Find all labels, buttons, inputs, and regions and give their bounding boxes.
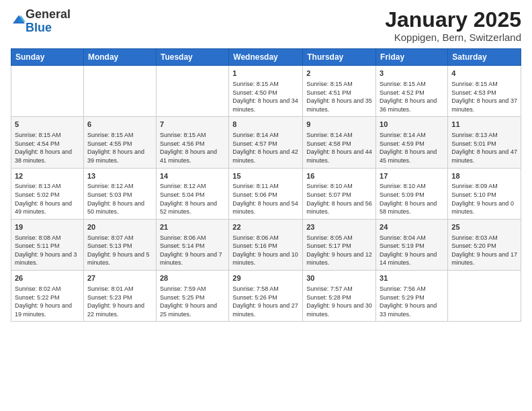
day-number: 19	[15, 222, 80, 232]
day-info: Sunrise: 7:59 AM Sunset: 5:25 PM Dayligh…	[160, 285, 225, 318]
day-number: 20	[87, 222, 152, 232]
day-number: 16	[306, 171, 372, 181]
logo: General Blue	[11, 8, 71, 35]
day-number: 13	[87, 171, 152, 181]
day-number: 22	[232, 222, 299, 232]
calendar-cell: 17Sunrise: 8:10 AM Sunset: 5:09 PM Dayli…	[376, 168, 448, 219]
day-info: Sunrise: 8:13 AM Sunset: 5:01 PM Dayligh…	[451, 131, 517, 165]
col-saturday: Saturday	[448, 49, 521, 66]
day-info: Sunrise: 8:12 AM Sunset: 5:04 PM Dayligh…	[160, 182, 225, 216]
day-info: Sunrise: 8:06 AM Sunset: 5:14 PM Dayligh…	[160, 234, 225, 267]
calendar-cell: 5Sunrise: 8:15 AM Sunset: 4:54 PM Daylig…	[11, 117, 84, 168]
day-number: 15	[232, 171, 299, 181]
calendar-week-row: 1Sunrise: 8:15 AM Sunset: 4:50 PM Daylig…	[11, 66, 521, 117]
day-info: Sunrise: 7:57 AM Sunset: 5:28 PM Dayligh…	[306, 285, 372, 318]
col-friday: Friday	[376, 49, 448, 66]
day-info: Sunrise: 8:10 AM Sunset: 5:09 PM Dayligh…	[380, 182, 444, 216]
day-number: 24	[380, 222, 444, 232]
calendar-cell: 12Sunrise: 8:13 AM Sunset: 5:02 PM Dayli…	[11, 168, 84, 219]
calendar-week-row: 5Sunrise: 8:15 AM Sunset: 4:54 PM Daylig…	[11, 117, 521, 168]
logo-general-text: General	[26, 7, 71, 21]
logo-blue-text: Blue	[26, 21, 52, 34]
day-info: Sunrise: 8:10 AM Sunset: 5:07 PM Dayligh…	[306, 182, 372, 216]
day-number: 11	[451, 120, 517, 130]
calendar-cell: 8Sunrise: 8:14 AM Sunset: 4:57 PM Daylig…	[229, 117, 303, 168]
day-number: 14	[160, 171, 225, 181]
calendar-cell	[83, 66, 156, 117]
col-monday: Monday	[83, 49, 156, 66]
calendar-week-row: 19Sunrise: 8:08 AM Sunset: 5:11 PM Dayli…	[11, 219, 521, 270]
day-number: 9	[306, 120, 372, 130]
day-info: Sunrise: 8:15 AM Sunset: 4:53 PM Dayligh…	[451, 80, 517, 113]
calendar-cell: 24Sunrise: 8:04 AM Sunset: 5:19 PM Dayli…	[376, 219, 448, 270]
day-info: Sunrise: 8:15 AM Sunset: 4:52 PM Dayligh…	[380, 80, 444, 113]
day-info: Sunrise: 8:15 AM Sunset: 4:50 PM Dayligh…	[232, 80, 299, 113]
col-sunday: Sunday	[11, 49, 84, 66]
day-info: Sunrise: 8:09 AM Sunset: 5:10 PM Dayligh…	[451, 182, 517, 216]
day-number: 23	[306, 222, 372, 232]
calendar-cell: 4Sunrise: 8:15 AM Sunset: 4:53 PM Daylig…	[448, 66, 521, 117]
calendar-cell: 1Sunrise: 8:15 AM Sunset: 4:50 PM Daylig…	[229, 66, 303, 117]
day-info: Sunrise: 8:15 AM Sunset: 4:56 PM Dayligh…	[160, 131, 225, 165]
calendar-cell: 11Sunrise: 8:13 AM Sunset: 5:01 PM Dayli…	[448, 117, 521, 168]
calendar-body: 1Sunrise: 8:15 AM Sunset: 4:50 PM Daylig…	[11, 66, 521, 322]
calendar-cell: 31Sunrise: 7:56 AM Sunset: 5:29 PM Dayli…	[376, 271, 448, 322]
day-info: Sunrise: 8:12 AM Sunset: 5:03 PM Dayligh…	[87, 182, 152, 216]
col-wednesday: Wednesday	[229, 49, 303, 66]
calendar-cell: 28Sunrise: 7:59 AM Sunset: 5:25 PM Dayli…	[156, 271, 228, 322]
calendar-cell: 9Sunrise: 8:14 AM Sunset: 4:58 PM Daylig…	[303, 117, 376, 168]
calendar-cell: 10Sunrise: 8:14 AM Sunset: 4:59 PM Dayli…	[376, 117, 448, 168]
day-number: 18	[451, 171, 517, 181]
calendar-cell	[448, 271, 521, 322]
col-tuesday: Tuesday	[156, 49, 228, 66]
calendar-cell: 26Sunrise: 8:02 AM Sunset: 5:22 PM Dayli…	[11, 271, 84, 322]
day-info: Sunrise: 8:02 AM Sunset: 5:22 PM Dayligh…	[15, 285, 80, 318]
day-info: Sunrise: 8:03 AM Sunset: 5:20 PM Dayligh…	[451, 234, 517, 267]
calendar-cell	[11, 66, 84, 117]
calendar-cell: 25Sunrise: 8:03 AM Sunset: 5:20 PM Dayli…	[448, 219, 521, 270]
day-info: Sunrise: 8:14 AM Sunset: 4:59 PM Dayligh…	[380, 131, 444, 165]
page: General Blue January 2025 Koppigen, Bern…	[0, 0, 532, 411]
day-number: 27	[87, 273, 152, 283]
day-info: Sunrise: 8:04 AM Sunset: 5:19 PM Dayligh…	[380, 234, 444, 267]
calendar-cell: 21Sunrise: 8:06 AM Sunset: 5:14 PM Dayli…	[156, 219, 228, 270]
logo-icon	[12, 13, 26, 27]
calendar-cell: 23Sunrise: 8:05 AM Sunset: 5:17 PM Dayli…	[303, 219, 376, 270]
day-info: Sunrise: 7:56 AM Sunset: 5:29 PM Dayligh…	[380, 285, 444, 318]
day-info: Sunrise: 8:08 AM Sunset: 5:11 PM Dayligh…	[15, 234, 80, 267]
day-number: 30	[306, 273, 372, 283]
day-number: 6	[87, 120, 152, 130]
day-info: Sunrise: 8:14 AM Sunset: 4:58 PM Dayligh…	[306, 131, 372, 165]
calendar-title: January 2025	[385, 8, 521, 32]
day-info: Sunrise: 8:14 AM Sunset: 4:57 PM Dayligh…	[232, 131, 299, 165]
day-number: 31	[380, 273, 444, 283]
day-info: Sunrise: 8:07 AM Sunset: 5:13 PM Dayligh…	[87, 234, 152, 267]
day-info: Sunrise: 8:15 AM Sunset: 4:55 PM Dayligh…	[87, 131, 152, 165]
day-info: Sunrise: 8:05 AM Sunset: 5:17 PM Dayligh…	[306, 234, 372, 267]
day-info: Sunrise: 8:15 AM Sunset: 4:51 PM Dayligh…	[306, 80, 372, 113]
calendar-cell: 15Sunrise: 8:11 AM Sunset: 5:06 PM Dayli…	[229, 168, 303, 219]
day-info: Sunrise: 8:06 AM Sunset: 5:16 PM Dayligh…	[232, 234, 299, 267]
day-number: 1	[232, 68, 299, 79]
calendar-cell: 6Sunrise: 8:15 AM Sunset: 4:55 PM Daylig…	[83, 117, 156, 168]
calendar-cell: 3Sunrise: 8:15 AM Sunset: 4:52 PM Daylig…	[376, 66, 448, 117]
calendar-cell: 29Sunrise: 7:58 AM Sunset: 5:26 PM Dayli…	[229, 271, 303, 322]
day-number: 17	[380, 171, 444, 181]
calendar-cell: 13Sunrise: 8:12 AM Sunset: 5:03 PM Dayli…	[83, 168, 156, 219]
calendar-cell: 27Sunrise: 8:01 AM Sunset: 5:23 PM Dayli…	[83, 271, 156, 322]
day-number: 21	[160, 222, 225, 232]
calendar-header-row: Sunday Monday Tuesday Wednesday Thursday…	[11, 49, 521, 66]
calendar-subtitle: Koppigen, Bern, Switzerland	[385, 32, 521, 43]
calendar-cell: 19Sunrise: 8:08 AM Sunset: 5:11 PM Dayli…	[11, 219, 84, 270]
day-number: 29	[232, 273, 299, 283]
calendar-cell: 7Sunrise: 8:15 AM Sunset: 4:56 PM Daylig…	[156, 117, 228, 168]
day-info: Sunrise: 8:01 AM Sunset: 5:23 PM Dayligh…	[87, 285, 152, 318]
day-number: 3	[380, 68, 444, 79]
calendar-table: Sunday Monday Tuesday Wednesday Thursday…	[11, 48, 521, 322]
calendar-cell	[156, 66, 228, 117]
day-number: 25	[451, 222, 517, 232]
day-number: 26	[15, 273, 80, 283]
day-number: 10	[380, 120, 444, 130]
day-number: 5	[15, 120, 80, 130]
calendar-cell: 30Sunrise: 7:57 AM Sunset: 5:28 PM Dayli…	[303, 271, 376, 322]
